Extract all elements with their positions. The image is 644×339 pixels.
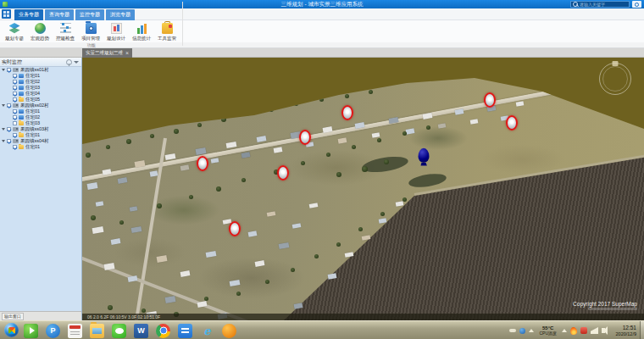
checkbox[interactable] [13,92,17,96]
chrome-icon[interactable] [156,324,170,338]
tree-blob [369,90,373,94]
uparrow-icon[interactable] [562,329,567,332]
ribbon-button-2[interactable]: 宏观趋势 [27,21,53,42]
tree-node[interactable]: 果园镇ss01村 [0,67,81,73]
checkbox[interactable] [13,74,17,78]
tree-leaf[interactable]: 住宅01 [0,132,81,138]
chevron-down-icon[interactable] [74,61,79,64]
alert-marker[interactable] [197,156,208,171]
uparrow-icon[interactable] [529,329,534,332]
tree-blob [221,117,226,122]
compass-control[interactable] [599,63,631,95]
expand-icon[interactable] [2,68,6,72]
tree-node[interactable]: 果园镇ss03村 [0,126,81,132]
app-menu-button[interactable] [2,9,11,19]
tree-leaf[interactable]: 住宅01 [0,108,81,114]
checkbox[interactable] [7,68,11,72]
pin-icon[interactable] [66,59,72,65]
checkbox[interactable] [13,133,17,137]
ribbon-group-separator [182,2,183,46]
flame-icon[interactable] [569,326,577,335]
ribbon-button-3[interactable]: 控规检查 [53,21,78,42]
copyright-text: Copyright 2017 SuperMap [573,301,637,307]
tree-leaf[interactable]: 住宅03 [0,85,81,91]
tree-leaf[interactable]: 住宅02 [0,79,81,85]
folder-icon [19,133,24,137]
wechat-green-icon[interactable] [112,324,126,338]
ribbon-button-4[interactable]: 项目管理 [78,21,103,42]
checkbox[interactable] [7,103,11,108]
tree-blob [126,139,131,144]
output-window-tab[interactable]: 输出窗口 [2,313,24,320]
balloon-marker[interactable] [419,148,430,163]
tree-leaf[interactable]: 住宅05 [0,97,81,103]
expand-icon[interactable] [2,139,6,143]
checkbox[interactable] [13,145,17,149]
search-icon [573,2,578,7]
tree-leaf-label: 住宅01 [25,73,40,79]
title-bar: 三维规划 - 城市实景三维应用系统 [0,0,644,8]
tree-leaf[interactable]: 住宅01 [0,144,81,150]
tree-node[interactable]: 果园镇ss02村 [0,103,81,108]
ribbon-button-7[interactable]: 工具监管 [154,21,180,42]
word-blue-icon[interactable]: W [134,324,148,338]
ribbon-tab-2[interactable]: 查询专题 [45,9,74,20]
play-green-icon[interactable] [24,324,38,338]
tree-leaf[interactable]: 住宅03 [0,120,81,126]
tree-leaf[interactable]: 住宅01 [0,73,81,79]
ribbon-tab-4[interactable]: 浏览专题 [106,9,135,20]
taskbar-clock[interactable]: 12:51 2020/12/9 [616,325,636,336]
tree-blob [294,102,298,106]
checkbox[interactable] [13,121,17,125]
close-icon[interactable]: × [125,48,129,58]
folder-icon [19,97,24,102]
search-input[interactable] [580,2,624,7]
tree-leaf[interactable]: 住宅04 [0,91,81,97]
pp-blue-icon[interactable]: P [46,324,60,338]
tree-blob [362,166,368,172]
expand-icon[interactable] [2,127,6,131]
alert-marker[interactable] [229,221,241,236]
orange-dot-icon[interactable] [222,324,236,338]
alert-marker[interactable] [506,115,518,131]
pill-icon[interactable] [509,329,516,332]
doc-red-icon[interactable] [68,324,82,338]
layer-icon [19,115,24,119]
ribbon-button-5[interactable]: 规划设计 [103,21,129,42]
alert-marker[interactable] [341,105,353,120]
network-icon[interactable] [591,327,598,334]
start-button[interactable] [4,323,19,337]
tree-node-label: 果园镇ss01村 [20,67,49,73]
checkbox[interactable] [13,80,17,84]
ribbon-button-6[interactable]: 信息统计 [129,21,154,42]
checkbox[interactable] [7,139,11,143]
ribbon-button-1[interactable]: 规划专题 [2,21,27,42]
ribbon-button-label: 规划设计 [107,36,125,42]
ribbon-tab-3[interactable]: 监控专题 [75,9,104,20]
checkbox[interactable] [13,86,17,90]
checkbox[interactable] [13,109,17,114]
expand-icon[interactable] [2,103,6,108]
search-button[interactable] [632,1,641,8]
tile-blue-icon[interactable] [178,324,192,338]
volume-icon[interactable] [602,328,605,333]
ribbon-tab-1[interactable]: 业务专题 [14,9,43,20]
alert-marker[interactable] [277,165,289,181]
checkbox[interactable] [13,115,17,119]
redapp-icon[interactable] [580,327,587,334]
show-desktop-button[interactable] [640,321,644,339]
map-viewport[interactable]: Copyright 2017 SuperMap 06 2.0 6.2F 06:1… [82,58,644,320]
checkbox[interactable] [13,97,17,102]
checkbox[interactable] [7,127,11,131]
titlebar-search[interactable] [570,1,630,8]
tree-blob [204,297,208,301]
tree-leaf[interactable]: 住宅02 [0,114,81,120]
alert-marker[interactable] [484,92,496,108]
document-tab[interactable]: 实景三维规划三维× [82,48,132,58]
folder-yellow-icon[interactable] [90,324,104,338]
alert-marker[interactable] [299,130,311,145]
layer-icon [19,74,24,78]
tree-node[interactable]: 果园镇ss04村 [0,138,81,144]
bluedot-icon[interactable] [519,328,525,334]
ie-blue-icon[interactable]: e [200,324,214,338]
